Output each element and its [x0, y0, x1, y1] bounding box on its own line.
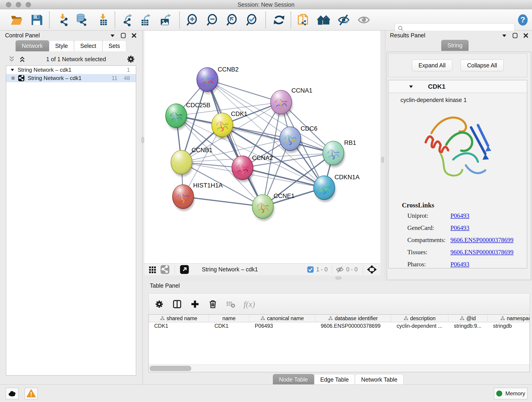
add-column-icon[interactable] [190, 299, 200, 309]
expand-all-tree-icon[interactable] [8, 55, 16, 63]
close-window-icon[interactable] [6, 2, 11, 7]
minimize-window-icon[interactable] [16, 2, 21, 7]
import-table-button[interactable] [96, 12, 109, 27]
export-network-button[interactable] [121, 12, 135, 27]
node-CCNE1[interactable]: CCNE1 [252, 192, 295, 221]
node-CDC25B[interactable]: CDC25B [166, 102, 210, 130]
grid-view-icon[interactable] [148, 265, 157, 274]
tree-expander-icon[interactable] [10, 67, 15, 72]
crosslink-link[interactable]: 9606.ENSP00000378699 [450, 249, 513, 256]
tab-sets[interactable]: Sets [102, 40, 126, 51]
node-RB1[interactable]: RB1 [323, 139, 356, 167]
birdseye-view-icon[interactable] [367, 264, 377, 275]
zoom-in-button[interactable] [186, 12, 199, 27]
zoom-out-button[interactable] [206, 12, 220, 27]
float-panel-icon[interactable] [120, 32, 126, 38]
export-table-button[interactable] [139, 12, 152, 27]
node-HIST1H1A[interactable]: HIST1H1A [172, 182, 223, 211]
column-header-@id[interactable]: @id [448, 315, 488, 322]
tab-edge-table[interactable]: Edge Table [314, 374, 355, 385]
show-all-button[interactable] [357, 12, 371, 27]
column-header-shared-name[interactable]: shared name [149, 315, 209, 322]
zoom-window-icon[interactable] [26, 2, 31, 7]
network-graph[interactable]: CCNB2CCNA1CDC25BCDK1CDC6RB1CCNB1CCNA2CDK… [144, 31, 380, 263]
tab-network-table[interactable]: Network Table [355, 374, 404, 385]
traffic-lights[interactable] [6, 2, 31, 7]
network-annotations-button[interactable] [297, 12, 310, 27]
node-table[interactable]: shared namenamecanonical namedatabase id… [148, 314, 530, 372]
zoom-selected-button[interactable] [245, 12, 259, 27]
table-cell[interactable]: P06493 [249, 322, 315, 330]
table-cell[interactable]: stringdb [488, 322, 530, 330]
delete-column-icon[interactable] [208, 299, 218, 309]
column-header-description[interactable]: description [391, 315, 448, 322]
delete-table-icon[interactable] [226, 299, 236, 309]
gene-section-header[interactable]: CDK1 [389, 80, 527, 93]
panel-menu-icon[interactable] [109, 32, 115, 38]
help-button[interactable]: ? [516, 12, 530, 27]
gear-icon[interactable] [126, 54, 136, 64]
column-header-canonical-name[interactable]: canonical name [249, 315, 315, 322]
warnings-button[interactable] [25, 388, 38, 399]
home-networks-button[interactable] [317, 12, 330, 27]
network-collection-row[interactable]: String Network – cdk1 1 [6, 66, 136, 74]
memory-button[interactable]: Memory [494, 388, 527, 399]
detach-view-icon[interactable] [180, 265, 189, 274]
tab-node-table[interactable]: Node Table [273, 374, 314, 385]
left-splitter-handle[interactable] [141, 137, 144, 143]
network-view-icon[interactable] [160, 265, 170, 274]
bottom-splitter-handle[interactable] [336, 277, 341, 279]
function-builder-icon[interactable]: f(x) [244, 299, 255, 309]
export-image-button[interactable] [159, 12, 173, 27]
expand-all-button[interactable]: Expand All [412, 60, 452, 71]
node-CCNB2[interactable]: CCNB2 [197, 66, 239, 94]
tab-network[interactable]: Network [16, 40, 49, 51]
column-header-namespace[interactable]: namespace [488, 315, 530, 322]
panel-menu-icon[interactable] [501, 32, 507, 38]
save-session-button[interactable] [30, 12, 44, 27]
selected-checkbox-icon[interactable] [307, 266, 314, 273]
node-CCNB1[interactable]: CCNB1 [171, 147, 213, 177]
crosslink-link[interactable]: P06493 [450, 212, 469, 219]
show-columns-icon[interactable] [172, 299, 182, 309]
float-panel-icon[interactable] [512, 32, 518, 38]
tab-select[interactable]: Select [74, 40, 102, 51]
collapse-section-icon[interactable] [408, 84, 414, 89]
collapse-all-button[interactable]: Collapse All [461, 60, 504, 71]
close-panel-icon[interactable] [523, 32, 529, 38]
zoom-fit-button[interactable] [225, 12, 239, 27]
edge-HIST1H1A-CCNE1[interactable] [183, 197, 263, 206]
node-CDKN1A[interactable]: CDKN1A [314, 174, 360, 202]
table-row[interactable]: CDK1CDK1P064939606.ENSP00000378699cyclin… [149, 322, 530, 330]
table-cell[interactable]: CDK1 [149, 322, 209, 330]
table-cell[interactable]: 9606.ENSP00000378699 [315, 322, 391, 330]
open-session-button[interactable] [10, 12, 23, 27]
import-network-file-button[interactable] [56, 12, 70, 27]
scrollbar-thumb[interactable] [150, 366, 191, 371]
table-cell[interactable]: CDK1 [209, 322, 249, 330]
hidden-eye-icon[interactable] [336, 265, 344, 274]
node-CCNA2[interactable]: CCNA2 [232, 154, 273, 182]
right-splitter-handle[interactable] [381, 157, 384, 163]
collapse-all-tree-icon[interactable] [18, 55, 26, 63]
import-network-database-button[interactable] [75, 12, 89, 27]
network-row[interactable]: String Network – cdk1 11 48 [6, 74, 136, 82]
tab-string[interactable]: String [441, 40, 469, 51]
column-header-database-identifier[interactable]: database identifier [315, 315, 391, 322]
crosslink-link[interactable]: P06493 [450, 224, 469, 231]
table-horizontal-scrollbar[interactable] [149, 364, 530, 372]
cloud-status-button[interactable] [6, 388, 19, 399]
table-settings-gear-icon[interactable] [154, 299, 164, 309]
table-cell[interactable]: cyclin-dependent ... [391, 322, 448, 330]
node-CDC6[interactable]: CDC6 [280, 125, 317, 153]
hide-selected-button[interactable] [337, 12, 351, 27]
apply-layout-button[interactable] [272, 12, 286, 27]
node-CDK1[interactable]: CDK1 [212, 110, 247, 139]
crosslink-link[interactable]: 9606.ENSP00000378699 [450, 236, 513, 244]
network-canvas[interactable]: CCNB2CCNA1CDC25BCDK1CDC6RB1CCNB1CCNA2CDK… [144, 31, 380, 263]
column-header-name[interactable]: name [209, 315, 249, 322]
crosslink-link[interactable]: P06493 [450, 261, 469, 268]
tab-style[interactable]: Style [49, 40, 74, 51]
close-panel-icon[interactable] [131, 32, 137, 38]
table-cell[interactable]: stringdb:9... [448, 322, 488, 330]
